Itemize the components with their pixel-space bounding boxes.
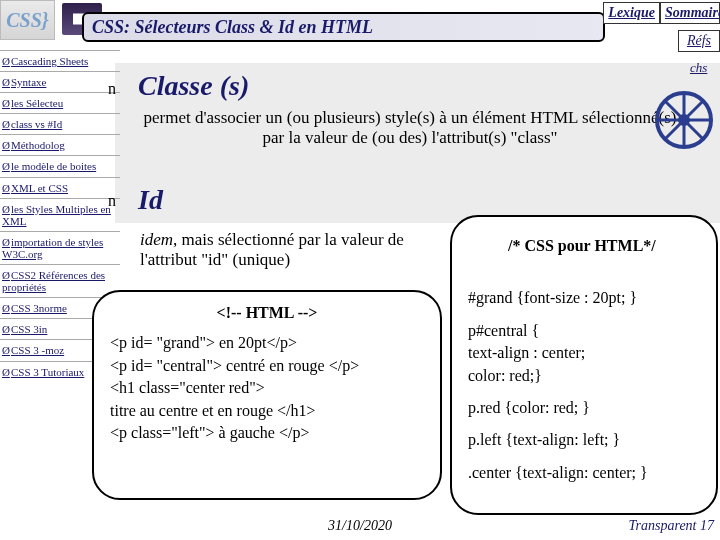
html-line: <h1 class="center red"> [110,377,424,399]
css-rule: p.red {color: red; } [468,397,700,419]
sidebar-item[interactable]: Cascading Sheets [0,50,120,71]
idem-word: idem [140,230,173,249]
page-title: CSS: Sélecteurs Class & Id en HTML [82,12,605,42]
sidebar-item[interactable]: Syntaxe [0,71,120,92]
lexique-link[interactable]: Lexique [603,2,660,24]
classe-heading: Classe (s) [138,70,249,102]
page-title-text: CSS: Sélecteurs Class & Id en HTML [92,17,373,38]
svg-line-6 [665,101,684,120]
bullet-icon: n [108,80,116,98]
html-box-header: <!-- HTML --> [110,302,424,324]
sidebar-item[interactable]: importation de styles W3C.org [0,231,120,264]
html-code-box: <!-- HTML --> <p id= "grand"> en 20pt</p… [92,290,442,500]
tchs-link[interactable]: chs [690,60,720,82]
html-line: <p class="left"> à gauche </p> [110,422,424,444]
wheel-icon [654,90,714,150]
css-rule: p#central { text-align : center; color: … [468,320,700,387]
svg-line-7 [684,101,703,120]
sidebar-item[interactable]: Méthodolog [0,134,120,155]
id-desc-text: , mais sélectionné par la valeur de l'at… [140,230,404,269]
html-line: <p id= "central"> centré en rouge </p> [110,355,424,377]
css-rule: #grand {font-size : 20pt; } [468,287,700,309]
sidebar-item[interactable]: les Styles Multiples en XML [0,198,120,231]
svg-line-8 [665,120,684,139]
refs-link[interactable]: Réfs [678,30,720,52]
css-code-box: /* CSS pour HTML*/ #grand {font-size : 2… [450,215,718,515]
html-line: <p id= "grand"> en 20pt</p> [110,332,424,354]
css-rule: p.left {text-align: left; } [468,429,700,451]
css-rule: .center {text-align: center; } [468,462,700,484]
css-logo-text: CSS [6,9,42,32]
footer-date: 31/10/2020 [0,518,720,534]
footer-transparent: Transparent 17 [629,518,714,534]
css-logo: CSS} [0,0,55,40]
id-description: idem, mais sélectionné par la valeur de … [140,230,410,270]
sidebar-item[interactable]: class vs #Id [0,113,120,134]
sidebar-item[interactable]: XML et CSS [0,177,120,198]
sidebar-item[interactable]: le modèle de boites [0,155,120,176]
sommaire-link[interactable]: Sommaire [660,2,720,24]
sidebar-item[interactable]: CSS2 Références des propriétés [0,264,120,297]
html-line: titre au centre et en rouge </h1> [110,400,424,422]
bullet-icon: n [108,192,116,210]
id-heading: Id [138,184,163,216]
classe-description: permet d'associer un (ou plusieurs) styl… [140,108,680,148]
css-logo-brace: } [42,9,49,32]
svg-line-9 [684,120,703,139]
sidebar-item[interactable]: les Sélecteu [0,92,120,113]
css-box-header: /* CSS pour HTML*/ [508,235,700,257]
